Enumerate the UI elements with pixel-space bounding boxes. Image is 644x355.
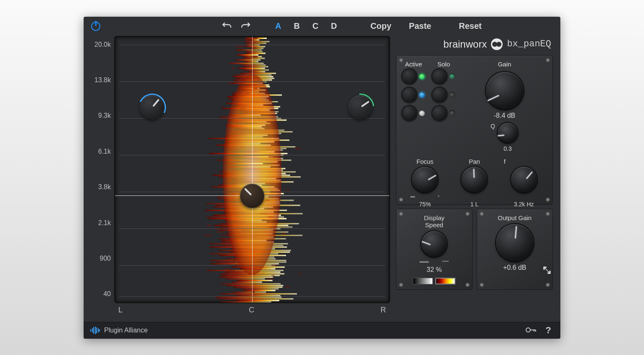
svg-rect-7: [245, 46, 265, 47]
svg-rect-178: [225, 268, 230, 269]
freq-value: 3.2k Hz: [514, 201, 534, 208]
key-icon[interactable]: [523, 326, 539, 335]
band3-active-led: [419, 110, 425, 116]
svg-rect-21: [241, 64, 266, 66]
snapshot-d[interactable]: D: [327, 21, 340, 31]
gain-knob[interactable]: [486, 72, 524, 109]
help-icon[interactable]: ?: [543, 325, 554, 336]
svg-rect-183: [298, 273, 302, 274]
svg-rect-25: [243, 69, 269, 71]
display-panel: Display Speed ▬▬▪▪▪▪ 32 %: [396, 209, 473, 290]
eq-band-3-node[interactable]: [240, 184, 264, 208]
band2-active-button[interactable]: [402, 88, 417, 102]
display-speed-label: Display Speed: [424, 214, 445, 228]
q-knob[interactable]: [498, 123, 518, 143]
svg-rect-149: [217, 231, 225, 233]
band2-solo-button[interactable]: [432, 88, 447, 102]
svg-rect-192: [226, 285, 283, 286]
paste-button[interactable]: Paste: [403, 21, 437, 31]
palette-mono[interactable]: [413, 278, 433, 284]
svg-rect-19: [245, 61, 258, 62]
freq-knob[interactable]: [511, 167, 537, 193]
svg-rect-193: [233, 287, 282, 288]
svg-rect-151: [282, 233, 286, 234]
output-gain-knob[interactable]: [496, 224, 534, 261]
output-gain-value: +0.6 dB: [503, 264, 526, 271]
band3-solo-button[interactable]: [432, 106, 447, 120]
plugin-alliance-icon: [90, 327, 100, 334]
freq-label: f: [504, 158, 506, 165]
svg-rect-196: [244, 290, 276, 291]
svg-rect-187: [226, 278, 265, 279]
svg-rect-112: [286, 190, 290, 191]
svg-rect-18: [235, 59, 261, 61]
q-value: 0.3: [503, 145, 511, 152]
brainworx-logo-icon: [491, 38, 503, 50]
eq-band-2-node[interactable]: [348, 95, 373, 119]
power-button[interactable]: [91, 22, 100, 31]
snapshot-b[interactable]: B: [290, 21, 303, 31]
pan-knob[interactable]: [461, 167, 487, 193]
palette-fire[interactable]: [435, 278, 455, 284]
band1-active-button[interactable]: [402, 69, 417, 84]
svg-rect-197: [233, 292, 266, 293]
band1-active-led: [419, 74, 425, 79]
solo-header: Solo: [432, 61, 455, 68]
snapshot-c[interactable]: C: [309, 21, 322, 31]
yaxis-label: 9.3k: [91, 112, 111, 119]
band1-solo-button[interactable]: [432, 69, 447, 84]
gain-value: -8.4 dB: [494, 112, 516, 119]
display-speed-knob[interactable]: [421, 231, 447, 257]
undo-button[interactable]: [221, 21, 233, 31]
xaxis-center: C: [249, 306, 254, 314]
footer-text: Plugin Alliance: [104, 327, 148, 334]
spectro-pan-display[interactable]: [114, 36, 390, 303]
active-header: Active: [402, 61, 425, 68]
svg-rect-203: [236, 300, 279, 301]
copy-button[interactable]: Copy: [365, 21, 397, 31]
yaxis-label: 6.1k: [91, 148, 111, 155]
svg-rect-13: [246, 53, 266, 54]
yaxis-label: 40: [91, 290, 111, 298]
svg-rect-26: [249, 71, 265, 72]
svg-rect-14: [237, 54, 258, 56]
svg-rect-189: [237, 280, 273, 281]
focus-knob[interactable]: [412, 167, 438, 193]
pan-label: Pan: [469, 158, 480, 165]
focus-value: 75%: [419, 201, 431, 208]
yaxis-label: 900: [91, 255, 111, 262]
svg-rect-11: [236, 49, 243, 51]
output-panel: Output Gain +0.6 dB: [477, 209, 553, 290]
svg-rect-24: [232, 68, 235, 69]
eq-band-1-node[interactable]: [140, 95, 164, 119]
svg-rect-23: [238, 68, 265, 69]
redo-button[interactable]: [239, 21, 252, 31]
yaxis-label: 20.0k: [91, 41, 111, 48]
svg-rect-180: [227, 270, 235, 271]
svg-rect-185: [272, 275, 275, 276]
svg-point-208: [526, 328, 530, 332]
plugin-window: A B C D Copy Paste Reset 20.0k 13.8k 9.3…: [84, 17, 560, 339]
brand-name: brainworx: [443, 38, 487, 50]
brand-header: brainworx bx_panEQ: [396, 36, 553, 51]
product-name: bx_panEQ: [507, 39, 551, 49]
xaxis-left: L: [118, 306, 123, 314]
svg-rect-188: [266, 278, 274, 279]
svg-rect-191: [220, 283, 281, 284]
svg-rect-204: [220, 302, 271, 303]
resize-handle[interactable]: [543, 266, 551, 276]
yaxis-label: 2.1k: [91, 219, 111, 227]
svg-rect-186: [219, 276, 273, 278]
svg-rect-34: [228, 83, 233, 84]
svg-rect-20: [229, 63, 264, 64]
svg-rect-184: [222, 275, 280, 276]
band3-active-button[interactable]: [402, 106, 417, 120]
svg-rect-199: [220, 293, 297, 294]
snapshot-a[interactable]: A: [272, 21, 284, 31]
footer-bar: Plugin Alliance ?: [84, 322, 560, 339]
svg-rect-190: [232, 281, 262, 283]
band1-solo-led: [449, 74, 455, 79]
yaxis-label: 13.8k: [91, 76, 111, 84]
reset-button[interactable]: Reset: [453, 21, 487, 31]
svg-rect-27: [240, 73, 276, 74]
